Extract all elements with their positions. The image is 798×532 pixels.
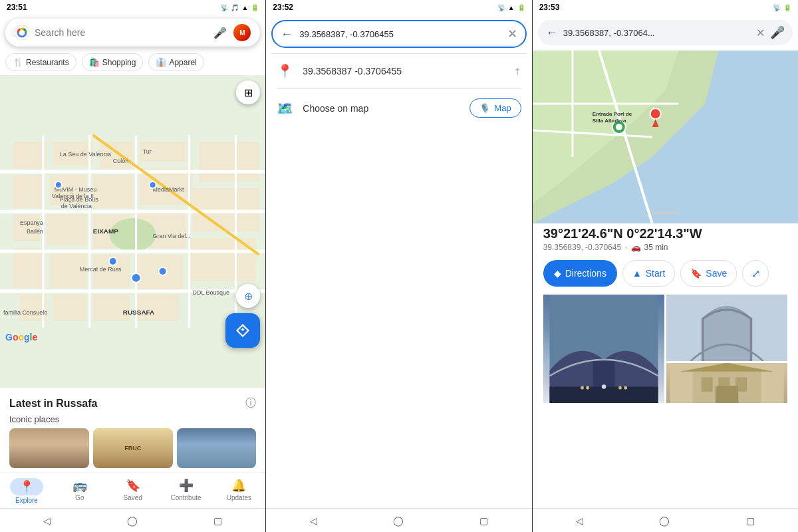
status-icons-p1: 📡 🎵 ▲ 🔋	[220, 4, 259, 11]
search-input-bar[interactable]: ← 39.3568387, -0.3706455 ✕	[271, 20, 526, 48]
android-home-p3[interactable]: ◯	[659, 515, 670, 526]
place-thumb-1[interactable]	[9, 428, 89, 468]
place-thumb-2[interactable]: FRUC	[93, 428, 173, 468]
svg-point-55	[55, 182, 62, 188]
svg-point-56	[150, 182, 156, 188]
search-input-value[interactable]: 39.3568387, -0.3706455	[299, 29, 500, 39]
map-button[interactable]: 🎙️ Map	[469, 98, 521, 118]
info-icon[interactable]: ⓘ	[245, 396, 256, 410]
directions-button[interactable]: ◆ Directions	[543, 260, 617, 287]
svg-text:EIXAMP: EIXAMP	[93, 227, 119, 235]
apparel-icon: 👔	[156, 57, 166, 67]
result-arrow-icon: ↗	[511, 65, 524, 78]
save-button[interactable]: 🔖 Save	[680, 260, 737, 287]
status-bar-p1: 23:51 📡 🎵 ▲ 🔋	[0, 0, 265, 15]
photo-svg-arch	[666, 295, 787, 361]
nav-explore[interactable]: 📍 Explore	[0, 477, 53, 505]
avatar-icon[interactable]: M	[233, 24, 251, 41]
bottom-nav: 📍 Explore 🚌 Go 🔖 Saved ➕ Contribute 🔔 Up…	[0, 472, 265, 508]
google-logo-icon	[15, 25, 29, 40]
photo-arch[interactable]	[666, 295, 787, 361]
nav-contribute[interactable]: ➕ Contribute	[160, 477, 213, 505]
wifi-icon-p2: ▲	[508, 4, 515, 11]
search-result-row[interactable]: 📍 39.3568387 -0.3706455 ↗	[266, 54, 531, 88]
choose-map-row[interactable]: 🗺️ Choose on map 🎙️ Map	[266, 89, 531, 127]
map-area-p1[interactable]: La Seu de València MuVIM - Museu Valenci…	[0, 75, 265, 388]
svg-text:RUSSAFA: RUSSAFA	[123, 309, 155, 316]
svg-rect-22	[53, 295, 86, 321]
svg-point-52	[132, 273, 141, 283]
photo-building[interactable]	[666, 363, 787, 403]
layers-fab[interactable]: ⊞	[236, 80, 260, 104]
bottom-sheet-p1: Latest in Russafa ⓘ Iconic places FRUC	[0, 388, 265, 472]
svg-point-74	[581, 386, 584, 390]
android-back-p2[interactable]: ◁	[310, 515, 317, 526]
chip-apparel-label: Apparel	[169, 58, 196, 67]
photo-main[interactable]	[543, 295, 664, 403]
place-thumb-3[interactable]	[177, 428, 257, 468]
location-detail: 39°21'24.6"N 0°22'14.3"W 39.356839, -0.3…	[533, 223, 798, 411]
svg-rect-12	[47, 215, 86, 245]
coord-title: 39°21'24.6"N 0°22'14.3"W	[543, 226, 787, 241]
svg-rect-84	[716, 386, 738, 403]
p3-search-bar[interactable]: ← 39.3568387, -0.37064... ✕ 🎤	[538, 20, 793, 45]
chip-apparel[interactable]: 👔 Apparel	[148, 53, 203, 71]
map-area-p3[interactable]: Entrada Port de Silla Albufera	[533, 51, 798, 223]
p3-back-arrow[interactable]: ←	[546, 26, 558, 40]
android-back-p3[interactable]: ◁	[576, 515, 583, 526]
nav-updates-label: Updates	[227, 494, 251, 501]
p3-mic-icon[interactable]: 🎤	[770, 25, 785, 40]
nav-updates[interactable]: 🔔 Updates	[212, 477, 265, 505]
android-home-p1[interactable]: ◯	[127, 515, 138, 526]
action-buttons: ◆ Directions ▲ Start 🔖 Save ⤢	[543, 260, 787, 287]
start-button[interactable]: ▲ Start	[622, 260, 675, 287]
clear-btn[interactable]: ✕	[507, 27, 517, 41]
location-pin-icon: 📍	[277, 63, 293, 79]
android-recents-p2[interactable]: ▢	[479, 515, 488, 526]
status-bar-p2: 23:52 📡 ▲ 🔋	[266, 0, 531, 15]
svg-text:Espanya: Espanya	[20, 219, 43, 226]
svg-point-54	[159, 267, 167, 275]
android-recents-p1[interactable]: ▢	[213, 515, 222, 526]
music-icon: 🎵	[231, 4, 239, 11]
status-bar-p3: 23:53 📡 🔋	[533, 0, 798, 15]
chip-restaurants[interactable]: 🍴 Restaurants	[5, 53, 76, 71]
shopping-icon: 🛍️	[89, 57, 100, 67]
map-btn-icon: 🎙️	[479, 103, 490, 113]
battery-icon: 🔋	[251, 4, 259, 11]
chip-shopping[interactable]: 🛍️ Shopping	[82, 53, 144, 71]
p3-close-icon[interactable]: ✕	[756, 27, 765, 39]
svg-rect-8	[93, 175, 133, 208]
thumb-sign: FRUC	[93, 428, 173, 468]
battery-icon-p2: 🔋	[517, 4, 525, 11]
share-button[interactable]: ⤢	[742, 260, 769, 287]
status-time-p3: 23:53	[539, 3, 560, 12]
nav-saved[interactable]: 🔖 Saved	[106, 477, 160, 505]
drag-handle[interactable]	[653, 211, 677, 214]
android-recents-p3[interactable]: ▢	[746, 515, 755, 526]
drive-badge: 🚗 35 min	[631, 243, 668, 252]
svg-text:Silla Albufera: Silla Albufera	[593, 118, 626, 124]
search-bar[interactable]: Search here 🎤 M	[5, 19, 260, 47]
photos-grid	[543, 295, 787, 403]
android-home-p2[interactable]: ◯	[393, 515, 404, 526]
photo-svg-building	[666, 363, 787, 403]
directions-btn-icon: ◆	[554, 268, 561, 279]
panel-search-input: 23:52 📡 ▲ 🔋 ← 39.3568387, -0.3706455 ✕ 📍…	[266, 0, 532, 532]
map-btn-label: Map	[494, 103, 511, 113]
iconic-label: Iconic places	[9, 414, 256, 424]
android-bar-p3: ◁ ◯ ▢	[533, 508, 798, 532]
svg-text:DDL Boutique: DDL Boutique	[193, 289, 230, 296]
svg-point-53	[109, 257, 117, 265]
nav-explore-label: Explore	[15, 497, 38, 504]
coord-sub: 39.356839, -0.370645 · 🚗 35 min	[543, 243, 787, 252]
coord-decimal: 39.356839, -0.370645	[543, 243, 621, 252]
svg-text:Plaça de Bous: Plaça de Bous	[60, 196, 98, 203]
directions-fab[interactable]	[225, 313, 260, 348]
android-back-p1[interactable]: ◁	[43, 515, 51, 526]
nav-go[interactable]: 🚌 Go	[53, 477, 106, 505]
cast-icon-p2: 📡	[497, 4, 505, 11]
back-arrow-p2[interactable]: ←	[281, 27, 293, 41]
explore-icon: 📍	[19, 480, 34, 493]
mic-icon[interactable]: 🎤	[213, 27, 227, 39]
